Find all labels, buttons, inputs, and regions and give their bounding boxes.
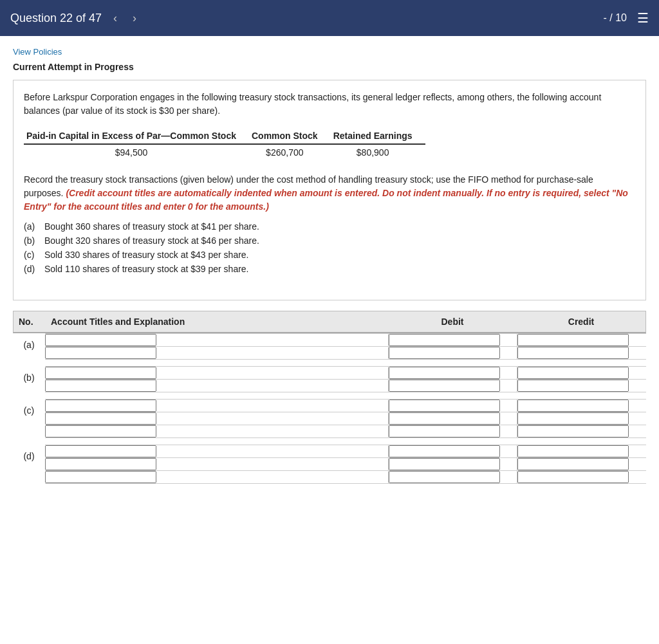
debit-input-(c)-1[interactable]: [389, 412, 500, 425]
debit-input-(a)-1[interactable]: [389, 347, 500, 359]
top-bar-right: - / 10 ☰: [604, 10, 649, 26]
entry-row: [45, 333, 646, 347]
col-value-common: $260,700: [249, 144, 331, 160]
debit-input-(b)-0[interactable]: [389, 367, 500, 379]
debit-input-(d)-0[interactable]: [389, 445, 500, 457]
instructions: Record the treasury stock transactions (…: [24, 173, 635, 214]
debit-input-(c)-2[interactable]: [389, 425, 500, 437]
entry-row: [45, 458, 646, 471]
credit-input-(d)-0[interactable]: [517, 445, 629, 457]
view-policies-link[interactable]: View Policies: [13, 47, 62, 57]
journal-table-container: No. Account Titles and Explanation Debit…: [13, 311, 646, 484]
transaction-text: Bought 320 shares of treasury stock at $…: [44, 235, 259, 246]
score-label: - / 10: [604, 12, 627, 24]
account-balance-table: Paid-in Capital in Excess of Par—Common …: [24, 128, 425, 160]
journal-section-(b): (b): [13, 366, 646, 392]
question-box: Before Larkspur Corporation engages in t…: [13, 80, 646, 300]
entry-row: [45, 425, 646, 438]
account-input-(c)-2[interactable]: [45, 425, 156, 437]
col-header-retained: Retained Earnings: [331, 128, 425, 144]
account-input-(c)-1[interactable]: [45, 412, 156, 425]
menu-icon[interactable]: ☰: [637, 10, 649, 26]
account-input-(c)-0[interactable]: [45, 400, 156, 412]
entry-row: [45, 380, 646, 392]
col-value-retained: $80,900: [331, 144, 425, 160]
main-content: View Policies Current Attempt in Progres…: [0, 36, 659, 644]
credit-input-(d)-1[interactable]: [517, 458, 629, 470]
transaction-item: (c)Sold 330 shares of treasury stock at …: [24, 250, 635, 260]
instructions-italic: (Credit account titles are automatically…: [24, 188, 628, 212]
section-rows-(c): [45, 399, 646, 438]
account-input-(a)-0[interactable]: [45, 334, 156, 346]
credit-input-(d)-2[interactable]: [517, 471, 629, 483]
transaction-item: (a)Bought 360 shares of treasury stock a…: [24, 221, 635, 232]
debit-input-(d)-2[interactable]: [389, 471, 500, 483]
account-input-(b)-0[interactable]: [45, 367, 156, 379]
entry-row: [45, 347, 646, 360]
transaction-item: (d)Sold 110 shares of treasury stock at …: [24, 264, 635, 274]
section-label-(c): (c): [13, 399, 45, 438]
credit-input-(a)-0[interactable]: [517, 334, 629, 346]
entry-row: [45, 399, 646, 412]
next-button[interactable]: ›: [129, 9, 140, 28]
transaction-label: (a): [24, 221, 39, 232]
attempt-status: Current Attempt in Progress: [13, 62, 646, 72]
credit-input-(a)-1[interactable]: [517, 347, 629, 359]
credit-input-(c)-0[interactable]: [517, 400, 629, 412]
account-input-(d)-1[interactable]: [45, 458, 156, 470]
journal-table-header: No. Account Titles and Explanation Debit…: [13, 311, 646, 333]
transaction-text: Sold 110 shares of treasury stock at $39…: [44, 264, 249, 274]
debit-input-(d)-1[interactable]: [389, 458, 500, 470]
col-header-paid-in: Paid-in Capital in Excess of Par—Common …: [24, 128, 249, 144]
header-no: No.: [14, 311, 46, 332]
section-label-(a): (a): [13, 333, 45, 360]
section-label-(d): (d): [13, 445, 45, 484]
top-bar-left: Question 22 of 47 ‹ ›: [10, 9, 140, 28]
entry-row: [45, 445, 646, 458]
debit-input-(a)-0[interactable]: [389, 334, 500, 346]
transaction-label: (b): [24, 235, 39, 246]
entry-row: [45, 412, 646, 425]
debit-input-(b)-1[interactable]: [389, 380, 500, 392]
entry-row: [45, 471, 646, 484]
top-bar: Question 22 of 47 ‹ › - / 10 ☰: [0, 0, 659, 36]
credit-input-(b)-1[interactable]: [517, 380, 629, 392]
transaction-label: (d): [24, 264, 39, 274]
credit-input-(c)-1[interactable]: [517, 412, 629, 425]
journal-section-(d): (d): [13, 445, 646, 484]
question-intro: Before Larkspur Corporation engages in t…: [24, 91, 635, 118]
prev-button[interactable]: ‹: [109, 9, 121, 28]
col-header-common: Common Stock: [249, 128, 331, 144]
transaction-text: Sold 330 shares of treasury stock at $43…: [44, 250, 249, 260]
journal-body: (a)(b)(c)(d): [13, 333, 646, 484]
journal-section-(a): (a): [13, 333, 646, 360]
transaction-label: (c): [24, 250, 39, 260]
debit-input-(c)-0[interactable]: [389, 400, 500, 412]
header-debit: Debit: [388, 311, 517, 332]
account-input-(d)-0[interactable]: [45, 445, 156, 457]
account-input-(b)-1[interactable]: [45, 380, 156, 392]
credit-input-(c)-2[interactable]: [517, 425, 629, 437]
transaction-item: (b)Bought 320 shares of treasury stock a…: [24, 235, 635, 246]
section-rows-(b): [45, 366, 646, 392]
journal-section-(c): (c): [13, 399, 646, 438]
section-rows-(d): [45, 445, 646, 484]
account-input-(d)-2[interactable]: [45, 471, 156, 483]
header-credit: Credit: [517, 311, 645, 332]
section-label-(b): (b): [13, 366, 45, 392]
entry-row: [45, 366, 646, 380]
question-label: Question 22 of 47: [10, 12, 102, 25]
header-account: Account Titles and Explanation: [46, 311, 388, 332]
transaction-list: (a)Bought 360 shares of treasury stock a…: [24, 221, 635, 274]
account-input-(a)-1[interactable]: [45, 347, 156, 359]
section-rows-(a): [45, 333, 646, 360]
col-value-paid-in: $94,500: [24, 144, 249, 160]
transaction-text: Bought 360 shares of treasury stock at $…: [44, 221, 259, 232]
credit-input-(b)-0[interactable]: [517, 367, 629, 379]
